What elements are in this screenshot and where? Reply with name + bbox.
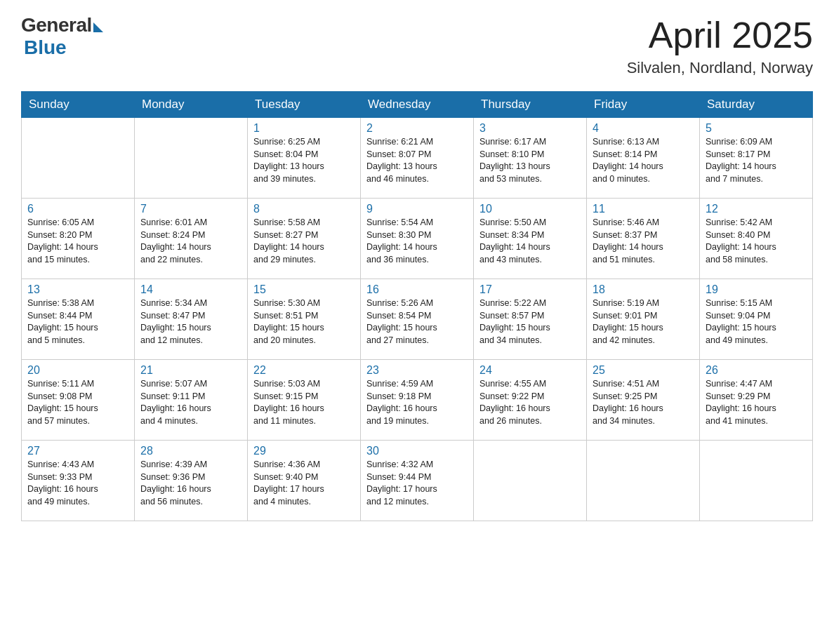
cell-day-number: 25 xyxy=(593,364,694,377)
calendar-cell: 16Sunrise: 5:26 AMSunset: 8:54 PMDayligh… xyxy=(361,279,474,360)
calendar-cell xyxy=(474,441,587,521)
cell-info: Sunrise: 5:22 AMSunset: 8:57 PMDaylight:… xyxy=(479,297,581,347)
cell-day-number: 24 xyxy=(479,364,581,377)
cell-info: Sunrise: 5:58 AMSunset: 8:27 PMDaylight:… xyxy=(253,217,355,266)
cell-info: Sunrise: 4:59 AMSunset: 9:18 PMDaylight:… xyxy=(366,378,468,427)
cell-info: Sunrise: 5:03 AMSunset: 9:15 PMDaylight:… xyxy=(253,378,355,427)
cell-info: Sunrise: 5:42 AMSunset: 8:40 PMDaylight:… xyxy=(706,217,807,266)
calendar-cell: 11Sunrise: 5:46 AMSunset: 8:37 PMDayligh… xyxy=(587,199,700,279)
cell-info: Sunrise: 6:01 AMSunset: 8:24 PMDaylight:… xyxy=(140,217,241,266)
cell-day-number: 30 xyxy=(366,445,468,457)
page-header: General Blue April 2025 Silvalen, Nordla… xyxy=(21,14,813,77)
day-header-saturday: Saturday xyxy=(700,92,813,118)
calendar-cell: 8Sunrise: 5:58 AMSunset: 8:27 PMDaylight… xyxy=(248,199,361,279)
cell-info: Sunrise: 5:07 AMSunset: 9:11 PMDaylight:… xyxy=(140,378,241,427)
day-header-sunday: Sunday xyxy=(22,92,135,118)
calendar-cell: 19Sunrise: 5:15 AMSunset: 9:04 PMDayligh… xyxy=(700,279,813,360)
week-row-2: 6Sunrise: 6:05 AMSunset: 8:20 PMDaylight… xyxy=(22,199,813,279)
calendar-cell xyxy=(700,441,813,521)
cell-day-number: 1 xyxy=(253,122,355,135)
calendar-cell: 22Sunrise: 5:03 AMSunset: 9:15 PMDayligh… xyxy=(248,360,361,441)
calendar-cell: 5Sunrise: 6:09 AMSunset: 8:17 PMDaylight… xyxy=(700,118,813,199)
logo-blue-text: Blue xyxy=(24,36,67,59)
week-row-5: 27Sunrise: 4:43 AMSunset: 9:33 PMDayligh… xyxy=(22,441,813,521)
calendar-cell: 2Sunrise: 6:21 AMSunset: 8:07 PMDaylight… xyxy=(361,118,474,199)
cell-info: Sunrise: 5:46 AMSunset: 8:37 PMDaylight:… xyxy=(593,217,694,266)
cell-day-number: 29 xyxy=(253,445,355,457)
day-header-friday: Friday xyxy=(587,92,700,118)
calendar-cell: 9Sunrise: 5:54 AMSunset: 8:30 PMDaylight… xyxy=(361,199,474,279)
cell-day-number: 4 xyxy=(593,122,694,135)
location-title: Silvalen, Nordland, Norway xyxy=(627,59,813,77)
calendar-cell: 18Sunrise: 5:19 AMSunset: 9:01 PMDayligh… xyxy=(587,279,700,360)
week-row-1: 1Sunrise: 6:25 AMSunset: 8:04 PMDaylight… xyxy=(22,118,813,199)
calendar-cell xyxy=(135,118,248,199)
cell-day-number: 8 xyxy=(253,203,355,215)
calendar-cell: 12Sunrise: 5:42 AMSunset: 8:40 PMDayligh… xyxy=(700,199,813,279)
calendar-cell: 21Sunrise: 5:07 AMSunset: 9:11 PMDayligh… xyxy=(135,360,248,441)
day-header-tuesday: Tuesday xyxy=(248,92,361,118)
calendar-cell: 7Sunrise: 6:01 AMSunset: 8:24 PMDaylight… xyxy=(135,199,248,279)
cell-day-number: 10 xyxy=(479,203,581,215)
cell-day-number: 16 xyxy=(366,283,468,296)
calendar-cell: 25Sunrise: 4:51 AMSunset: 9:25 PMDayligh… xyxy=(587,360,700,441)
calendar-cell: 13Sunrise: 5:38 AMSunset: 8:44 PMDayligh… xyxy=(22,279,135,360)
calendar-cell: 26Sunrise: 4:47 AMSunset: 9:29 PMDayligh… xyxy=(700,360,813,441)
calendar-cell: 1Sunrise: 6:25 AMSunset: 8:04 PMDaylight… xyxy=(248,118,361,199)
calendar-cell: 4Sunrise: 6:13 AMSunset: 8:14 PMDaylight… xyxy=(587,118,700,199)
cell-info: Sunrise: 6:09 AMSunset: 8:17 PMDaylight:… xyxy=(706,136,807,185)
day-header-wednesday: Wednesday xyxy=(361,92,474,118)
cell-info: Sunrise: 5:11 AMSunset: 9:08 PMDaylight:… xyxy=(27,378,128,427)
calendar-cell: 29Sunrise: 4:36 AMSunset: 9:40 PMDayligh… xyxy=(248,441,361,521)
calendar-cell: 23Sunrise: 4:59 AMSunset: 9:18 PMDayligh… xyxy=(361,360,474,441)
cell-info: Sunrise: 5:54 AMSunset: 8:30 PMDaylight:… xyxy=(366,217,468,266)
calendar-cell: 6Sunrise: 6:05 AMSunset: 8:20 PMDaylight… xyxy=(22,199,135,279)
cell-info: Sunrise: 5:26 AMSunset: 8:54 PMDaylight:… xyxy=(366,297,468,347)
cell-day-number: 6 xyxy=(27,203,128,215)
month-title: April 2025 xyxy=(627,14,813,56)
cell-day-number: 13 xyxy=(27,283,128,296)
calendar-cell: 17Sunrise: 5:22 AMSunset: 8:57 PMDayligh… xyxy=(474,279,587,360)
cell-info: Sunrise: 5:34 AMSunset: 8:47 PMDaylight:… xyxy=(140,297,241,347)
cell-day-number: 22 xyxy=(253,364,355,377)
cell-info: Sunrise: 5:50 AMSunset: 8:34 PMDaylight:… xyxy=(479,217,581,266)
cell-day-number: 17 xyxy=(479,283,581,296)
cell-day-number: 26 xyxy=(706,364,807,377)
calendar-cell: 30Sunrise: 4:32 AMSunset: 9:44 PMDayligh… xyxy=(361,441,474,521)
cell-day-number: 7 xyxy=(140,203,241,215)
calendar-cell xyxy=(22,118,135,199)
cell-day-number: 19 xyxy=(706,283,807,296)
cell-info: Sunrise: 4:32 AMSunset: 9:44 PMDaylight:… xyxy=(366,459,468,508)
calendar-table: SundayMondayTuesdayWednesdayThursdayFrid… xyxy=(21,91,813,521)
calendar-cell: 24Sunrise: 4:55 AMSunset: 9:22 PMDayligh… xyxy=(474,360,587,441)
cell-day-number: 28 xyxy=(140,445,241,457)
cell-info: Sunrise: 6:17 AMSunset: 8:10 PMDaylight:… xyxy=(479,136,581,185)
logo-general-text: General xyxy=(21,14,92,36)
cell-day-number: 20 xyxy=(27,364,128,377)
cell-info: Sunrise: 4:47 AMSunset: 9:29 PMDaylight:… xyxy=(706,378,807,427)
cell-info: Sunrise: 6:21 AMSunset: 8:07 PMDaylight:… xyxy=(366,136,468,185)
week-row-3: 13Sunrise: 5:38 AMSunset: 8:44 PMDayligh… xyxy=(22,279,813,360)
calendar-header-row: SundayMondayTuesdayWednesdayThursdayFrid… xyxy=(22,92,813,118)
cell-day-number: 21 xyxy=(140,364,241,377)
calendar-cell: 27Sunrise: 4:43 AMSunset: 9:33 PMDayligh… xyxy=(22,441,135,521)
calendar-cell xyxy=(587,441,700,521)
cell-day-number: 18 xyxy=(593,283,694,296)
cell-info: Sunrise: 5:38 AMSunset: 8:44 PMDaylight:… xyxy=(27,297,128,347)
calendar-cell: 15Sunrise: 5:30 AMSunset: 8:51 PMDayligh… xyxy=(248,279,361,360)
calendar-cell: 10Sunrise: 5:50 AMSunset: 8:34 PMDayligh… xyxy=(474,199,587,279)
week-row-4: 20Sunrise: 5:11 AMSunset: 9:08 PMDayligh… xyxy=(22,360,813,441)
cell-day-number: 3 xyxy=(479,122,581,135)
cell-day-number: 9 xyxy=(366,203,468,215)
cell-info: Sunrise: 4:39 AMSunset: 9:36 PMDaylight:… xyxy=(140,459,241,508)
logo: General Blue xyxy=(21,14,103,59)
cell-info: Sunrise: 5:15 AMSunset: 9:04 PMDaylight:… xyxy=(706,297,807,347)
cell-info: Sunrise: 6:05 AMSunset: 8:20 PMDaylight:… xyxy=(27,217,128,266)
day-header-thursday: Thursday xyxy=(474,92,587,118)
cell-day-number: 2 xyxy=(366,122,468,135)
calendar-cell: 14Sunrise: 5:34 AMSunset: 8:47 PMDayligh… xyxy=(135,279,248,360)
calendar-cell: 20Sunrise: 5:11 AMSunset: 9:08 PMDayligh… xyxy=(22,360,135,441)
logo-arrow-icon xyxy=(93,22,103,32)
cell-day-number: 14 xyxy=(140,283,241,296)
cell-day-number: 23 xyxy=(366,364,468,377)
